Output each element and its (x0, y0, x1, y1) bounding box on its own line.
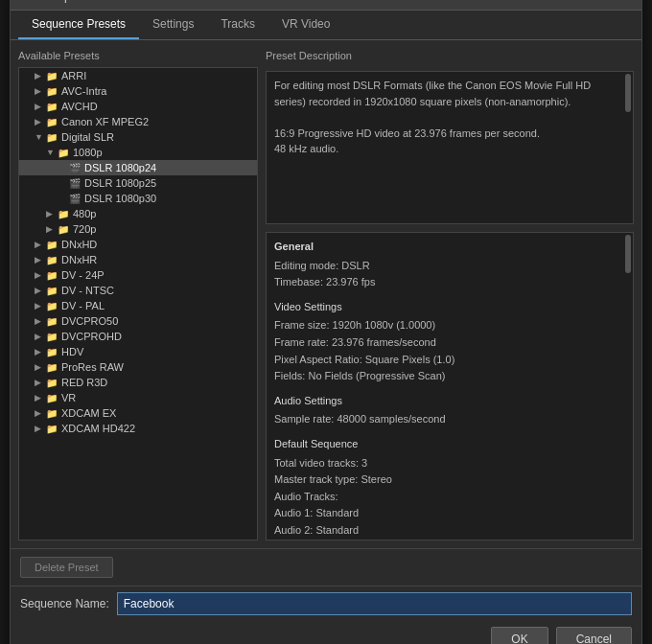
folder-icon-arri: 📁 (46, 71, 58, 81)
action-row: OK Cancel (11, 621, 641, 644)
pixel-aspect: Pixel Aspect Ratio: Square Pixels (1.0) (274, 352, 625, 369)
arrow-vr: ▶ (35, 393, 46, 402)
arrow-dvcpro50: ▶ (35, 316, 46, 326)
title-bar: New Sequence ✕ (11, 0, 641, 11)
editing-mode: Editing mode: DSLR (274, 258, 625, 275)
folder-icon-digital-slr: 📁 (46, 132, 58, 143)
sequence-name-input[interactable] (117, 592, 632, 615)
arrow-digital-slr: ▼ (35, 132, 46, 142)
label-avc-intra: AVC-Intra (61, 85, 106, 97)
tree-item-dv-pal[interactable]: ▶ 📁 DV - PAL (19, 298, 257, 313)
file-icon-dslr-1080p30: 🎬 (69, 194, 81, 204)
tree-item-avchd[interactable]: ▶ 📁 AVCHD (19, 99, 257, 114)
arrow-dv-ntsc: ▶ (35, 286, 46, 295)
total-video-tracks: Total video tracks: 3 (274, 455, 625, 472)
label-xdcam-ex: XDCAM EX (61, 407, 116, 419)
file-icon-dslr-1080p24: 🎬 (69, 163, 81, 173)
tree-item-canon-xf[interactable]: ▶ 📁 Canon XF MPEG2 (19, 114, 257, 129)
folder-icon-canon-xf: 📁 (46, 117, 58, 127)
folder-icon-dv-24p: 📁 (46, 270, 58, 281)
tab-vr-video[interactable]: VR Video (268, 11, 343, 39)
tree-item-dslr-1080p24[interactable]: 🎬 DSLR 1080p24 (19, 160, 257, 175)
tree-item-avc-intra[interactable]: ▶ 📁 AVC-Intra (19, 83, 257, 99)
arrow-dv-24p: ▶ (35, 270, 46, 280)
tab-bar: Sequence Presets Settings Tracks VR Vide… (11, 11, 641, 40)
tree-item-dvcprohd[interactable]: ▶ 📁 DVCPROHD (19, 329, 257, 344)
tree-item-vr[interactable]: ▶ 📁 VR (19, 390, 257, 405)
right-panel: Preset Description For editing most DSLR… (266, 48, 634, 540)
tab-settings[interactable]: Settings (139, 11, 207, 39)
default-seq-title: Default Sequence (274, 436, 625, 453)
main-content: Available Presets ▶ 📁 ARRI ▶ 📁 AVC-Intra… (11, 40, 641, 548)
label-vr: VR (61, 392, 76, 403)
tree-item-hdv[interactable]: ▶ 📁 HDV (19, 344, 257, 359)
label-dslr-1080p25: DSLR 1080p25 (84, 177, 156, 189)
cancel-button[interactable]: Cancel (556, 627, 632, 644)
frame-size: Frame size: 1920h 1080v (1.0000) (274, 317, 625, 334)
arrow-720p: ▶ (46, 224, 58, 234)
tree-item-dvcpro50[interactable]: ▶ 📁 DVCPRO50 (19, 313, 257, 329)
label-480p: 480p (73, 208, 96, 219)
preset-tree[interactable]: ▶ 📁 ARRI ▶ 📁 AVC-Intra ▶ 📁 AVCHD (18, 67, 258, 540)
general-scrollbar (625, 235, 631, 273)
arrow-arri: ▶ (35, 71, 46, 80)
tree-item-prores-raw[interactable]: ▶ 📁 ProRes RAW (19, 359, 257, 375)
tree-item-dslr-1080p25[interactable]: 🎬 DSLR 1080p25 (19, 175, 257, 191)
arrow-avc-intra: ▶ (35, 86, 46, 96)
tab-sequence-presets[interactable]: Sequence Presets (18, 11, 139, 39)
label-dnxhd: DNxHD (61, 239, 97, 250)
ok-button[interactable]: OK (491, 627, 547, 644)
timebase: Timebase: 23.976 fps (274, 274, 625, 291)
left-panel: Available Presets ▶ 📁 ARRI ▶ 📁 AVC-Intra… (18, 48, 258, 540)
label-720p: 720p (73, 223, 96, 235)
arrow-hdv: ▶ (35, 347, 46, 356)
label-dnxhr: DNxHR (61, 254, 97, 265)
folder-icon-vr: 📁 (46, 393, 58, 403)
label-xdcam-hd422: XDCAM HD422 (61, 423, 135, 434)
sequence-name-label: Sequence Name: (20, 597, 109, 610)
fields: Fields: No Fields (Progressive Scan) (274, 368, 625, 385)
folder-icon-xdcam-hd422: 📁 (46, 424, 58, 434)
tree-item-red-r3d[interactable]: ▶ 📁 RED R3D (19, 375, 257, 390)
audio-3: Audio 3: Standard (274, 540, 625, 541)
label-dvcpro50: DVCPRO50 (61, 315, 118, 327)
tree-item-dv-ntsc[interactable]: ▶ 📁 DV - NTSC (19, 283, 257, 298)
close-button[interactable]: ✕ (617, 0, 632, 4)
delete-preset-button[interactable]: Delete Preset (20, 557, 113, 578)
preset-description-text: For editing most DSLR Formats (like the … (274, 80, 591, 154)
tree-item-digital-slr[interactable]: ▼ 📁 Digital SLR (19, 129, 257, 145)
arrow-avchd: ▶ (35, 102, 46, 111)
label-canon-xf: Canon XF MPEG2 (61, 116, 149, 127)
tree-item-720p[interactable]: ▶ 📁 720p (19, 221, 257, 237)
label-dv-pal: DV - PAL (61, 300, 105, 311)
arrow-dnxhd: ▶ (35, 240, 46, 249)
dialog-title: New Sequence (20, 0, 98, 3)
folder-icon-dv-pal: 📁 (46, 301, 58, 311)
label-arri: ARRI (61, 70, 86, 81)
general-settings-box[interactable]: General Editing mode: DSLR Timebase: 23.… (266, 232, 634, 540)
folder-icon-dv-ntsc: 📁 (46, 286, 58, 296)
master-track-type: Master track type: Stereo (274, 472, 625, 489)
sequence-name-row: Sequence Name: (11, 586, 641, 621)
tree-item-arri[interactable]: ▶ 📁 ARRI (19, 68, 257, 83)
arrow-dvcprohd: ▶ (35, 332, 46, 341)
preset-description-box[interactable]: For editing most DSLR Formats (like the … (266, 71, 634, 224)
tree-item-dslr-1080p30[interactable]: 🎬 DSLR 1080p30 (19, 191, 257, 206)
tree-item-xdcam-ex[interactable]: ▶ 📁 XDCAM EX (19, 405, 257, 421)
folder-icon-dvcpro50: 📁 (46, 316, 58, 327)
tab-tracks[interactable]: Tracks (207, 11, 268, 39)
tree-item-dv-24p[interactable]: ▶ 📁 DV - 24P (19, 267, 257, 283)
label-dslr-1080p24: DSLR 1080p24 (84, 162, 156, 173)
arrow-xdcam-ex: ▶ (35, 408, 46, 418)
tree-item-480p[interactable]: ▶ 📁 480p (19, 206, 257, 221)
folder-icon-dvcprohd: 📁 (46, 332, 58, 342)
tree-item-xdcam-hd422[interactable]: ▶ 📁 XDCAM HD422 (19, 421, 257, 436)
folder-icon-avc-intra: 📁 (46, 86, 58, 97)
tree-item-dnxhd[interactable]: ▶ 📁 DNxHD (19, 237, 257, 252)
arrow-prores-raw: ▶ (35, 362, 46, 372)
frame-rate: Frame rate: 23.976 frames/second (274, 334, 625, 352)
folder-icon-720p: 📁 (58, 224, 69, 235)
tree-item-1080p[interactable]: ▼ 📁 1080p (19, 145, 257, 160)
tree-item-dnxhr[interactable]: ▶ 📁 DNxHR (19, 252, 257, 267)
new-sequence-dialog: New Sequence ✕ Sequence Presets Settings… (10, 0, 642, 644)
